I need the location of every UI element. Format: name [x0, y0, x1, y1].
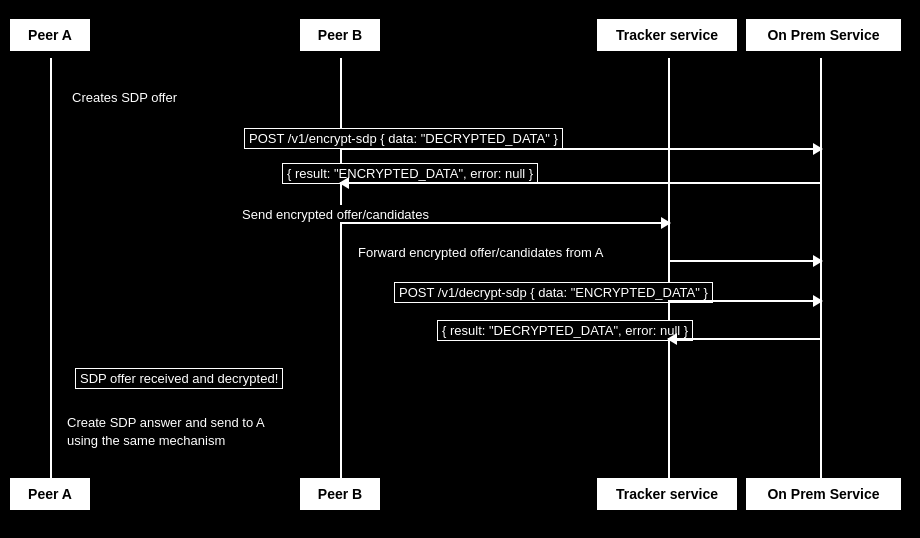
- onprem-top-box: On Prem Service: [746, 19, 901, 51]
- peer-a-top-box: Peer A: [10, 19, 90, 51]
- msg-creates-sdp: Creates SDP offer: [68, 88, 181, 107]
- tracker-lifeline: [668, 58, 670, 478]
- msg-forward-encrypted: Forward encrypted offer/candidates from …: [354, 243, 607, 262]
- peer-a-bot-box: Peer A: [10, 478, 90, 510]
- onprem-lifeline: [820, 58, 822, 478]
- msg-result-decrypted: { result: "DECRYPTED_DATA", error: null …: [437, 320, 693, 341]
- arrow-send-encrypted: [340, 222, 670, 224]
- msg-post-encrypt: POST /v1/encrypt-sdp { data: "DECRYPTED_…: [244, 128, 563, 149]
- peer-b-lifeline: [340, 58, 342, 478]
- arrow-result-decrypted: [668, 338, 822, 340]
- sequence-diagram: Peer A Peer B Tracker service On Prem Se…: [0, 0, 920, 538]
- tracker-bot-box: Tracker service: [597, 478, 737, 510]
- arrow-result-encrypted: [340, 182, 822, 184]
- arrow-forward-encrypted: [668, 260, 822, 262]
- peer-b-bot-box: Peer B: [300, 478, 380, 510]
- tracker-top-box: Tracker service: [597, 19, 737, 51]
- msg-result-encrypted: { result: "ENCRYPTED_DATA", error: null …: [282, 163, 538, 184]
- peer-a-lifeline: [50, 58, 52, 478]
- arrow-post-encrypt: [340, 148, 822, 150]
- msg-post-decrypt: POST /v1/decrypt-sdp { data: "ENCRYPTED_…: [394, 282, 713, 303]
- onprem-bot-box: On Prem Service: [746, 478, 901, 510]
- peer-b-top-box: Peer B: [300, 19, 380, 51]
- arrow-post-decrypt: [668, 300, 822, 302]
- msg-sdp-received: SDP offer received and decrypted!: [75, 368, 283, 389]
- msg-create-answer: Create SDP answer and send to Ausing the…: [63, 412, 269, 452]
